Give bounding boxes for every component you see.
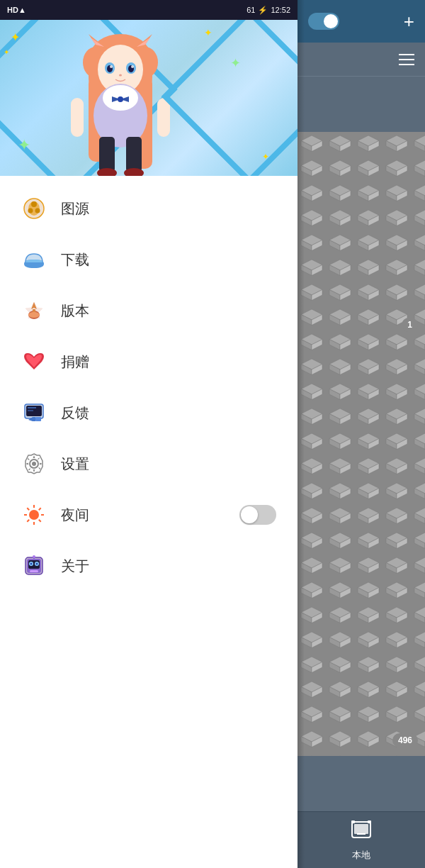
svg-point-12	[131, 65, 134, 68]
svg-point-63	[36, 563, 38, 565]
menu-item-about[interactable]: 关于	[0, 540, 298, 591]
svg-line-53	[39, 508, 41, 510]
wallpaper-pattern-svg	[298, 77, 425, 811]
svg-rect-76	[368, 820, 371, 823]
nightmode-label: 夜间	[61, 506, 239, 525]
svg-point-11	[110, 65, 113, 68]
about-label: 关于	[61, 557, 276, 576]
status-bar: HD▲ 61 ⚡ 12:52	[0, 0, 298, 20]
svg-point-13	[119, 74, 122, 77]
svg-rect-23	[99, 137, 115, 172]
menu-item-settings[interactable]: 设置	[0, 438, 298, 489]
svg-rect-42	[28, 410, 33, 411]
right-toggle-switch[interactable]	[308, 13, 339, 30]
bottom-nav-label: 本地	[352, 849, 370, 862]
badge-1: 1	[402, 318, 418, 332]
svg-rect-73	[354, 824, 368, 834]
time-text: 12:52	[271, 6, 290, 14]
menu-item-donate[interactable]: 捐赠	[0, 336, 298, 387]
svg-point-66	[33, 555, 35, 558]
donate-label: 捐赠	[61, 352, 276, 372]
svg-rect-64	[30, 570, 38, 572]
menu-list: 图源 下载 版本	[0, 176, 298, 599]
menu-item-version[interactable]: 版本	[0, 285, 298, 336]
hero-image: ✦ ✦ ✦ ✦ ✦ ✦	[0, 20, 298, 176]
nightmode-toggle[interactable]	[239, 505, 276, 525]
download-label: 下载	[61, 250, 276, 269]
menu-item-feedback[interactable]: 反馈	[0, 387, 298, 438]
panel-shadow	[298, 0, 305, 868]
nightmode-icon	[21, 502, 47, 528]
source-label: 图源	[61, 199, 276, 218]
svg-rect-27	[71, 98, 84, 137]
anime-character	[28, 34, 212, 176]
left-panel: HD▲ 61 ⚡ 12:52 ✦ ✦ ✦ ✦ ✦ ✦	[0, 0, 298, 868]
about-icon	[21, 553, 47, 579]
svg-point-32	[28, 208, 33, 213]
menu-item-download[interactable]: 下载	[0, 234, 298, 285]
svg-line-51	[27, 508, 29, 510]
svg-point-31	[31, 201, 37, 207]
svg-rect-24	[126, 137, 142, 172]
hamburger-menu[interactable]	[399, 54, 414, 65]
svg-point-45	[32, 462, 36, 466]
right-panel: + 1	[298, 0, 425, 868]
svg-point-33	[35, 208, 40, 213]
badge-496: 496	[392, 733, 418, 747]
svg-line-54	[27, 520, 29, 522]
svg-rect-75	[351, 820, 355, 823]
svg-point-46	[29, 510, 39, 520]
add-button[interactable]: +	[404, 11, 414, 33]
svg-rect-28	[157, 98, 170, 137]
svg-line-52	[39, 520, 41, 522]
menu-item-nightmode[interactable]: 夜间	[0, 489, 298, 540]
settings-label: 设置	[61, 455, 276, 474]
bottom-nav[interactable]: 本地	[298, 811, 425, 868]
svg-point-22	[118, 96, 123, 102]
version-label: 版本	[61, 301, 276, 321]
download-icon	[21, 247, 47, 272]
source-icon	[21, 196, 47, 221]
bottom-nav-icon	[350, 818, 373, 846]
status-left-text: HD▲	[7, 6, 26, 14]
version-icon	[21, 298, 47, 323]
right-wallpaper-area: 1 496	[298, 77, 425, 811]
svg-point-38	[28, 312, 40, 318]
battery-text: 61	[246, 6, 255, 14]
feedback-icon	[21, 400, 47, 425]
right-menu-bar	[298, 43, 425, 77]
svg-rect-71	[298, 132, 425, 756]
bolt-icon: ⚡	[258, 6, 268, 15]
svg-point-62	[30, 563, 33, 565]
menu-item-source[interactable]: 图源	[0, 183, 298, 234]
right-top-bar: +	[298, 0, 425, 43]
donate-icon	[21, 349, 47, 374]
svg-rect-41	[28, 407, 36, 408]
feedback-label: 反馈	[61, 404, 276, 423]
svg-rect-44	[35, 417, 41, 421]
status-right: 61 ⚡ 12:52	[246, 6, 290, 15]
settings-icon	[21, 451, 47, 477]
